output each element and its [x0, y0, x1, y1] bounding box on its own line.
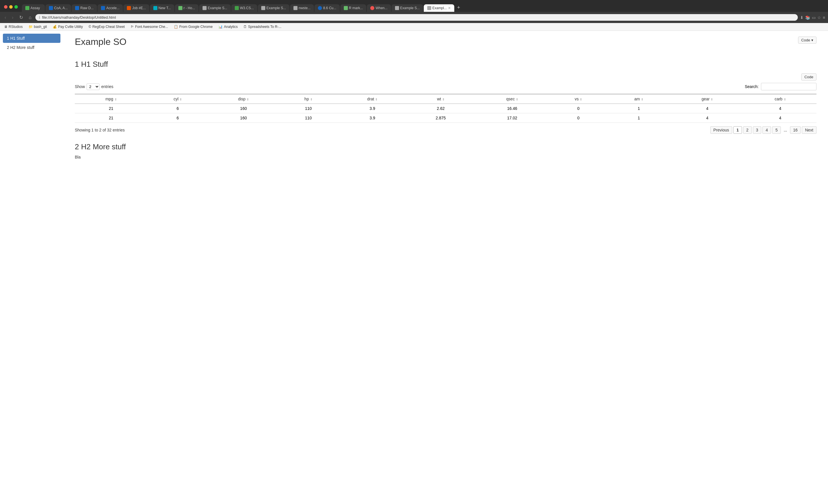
- cell-gear: 4: [671, 113, 744, 123]
- col-header-am[interactable]: am ⇕: [607, 94, 671, 104]
- search-label: Search:: [745, 84, 759, 89]
- traffic-light-minimize[interactable]: [9, 5, 13, 9]
- browser-tab-example2[interactable]: Example S...: [258, 4, 289, 12]
- sidebar-item-label: 2 H2 More stuff: [7, 45, 34, 50]
- cell-cyl: 6: [147, 104, 208, 113]
- browser-tab-coa[interactable]: CoA, A...: [45, 4, 71, 12]
- tab-favicon: [318, 6, 322, 10]
- section-body-text: Bla: [75, 155, 817, 159]
- search-input[interactable]: [761, 83, 817, 90]
- google-chrome-icon: 📋: [174, 25, 178, 29]
- col-header-gear[interactable]: gear ⇕: [671, 94, 744, 104]
- sidebar-item-h2-more[interactable]: 2 H2 More stuff: [3, 43, 60, 52]
- pagination-footer: Showing 1 to 2 of 32 entries Previous 1 …: [75, 126, 817, 134]
- browser-tab-new[interactable]: New T...: [150, 4, 174, 12]
- menu-icon[interactable]: ≡: [823, 15, 825, 20]
- col-header-mpg[interactable]: mpg ⇕: [75, 94, 147, 104]
- rstudios-icon: 🖥: [4, 25, 7, 29]
- browser-tab-exampleso[interactable]: Exampl... ✕: [424, 4, 454, 12]
- cell-gear: 4: [671, 104, 744, 113]
- data-table: mpg ⇕ cyl ⇕ disp ⇕ hp ⇕ drat ⇕ wt ⇕ qsec…: [75, 94, 817, 123]
- col-header-vs[interactable]: vs ⇕: [550, 94, 607, 104]
- page-button-16[interactable]: 16: [790, 126, 801, 134]
- browser-tab-nwste[interactable]: nwste...: [290, 4, 314, 12]
- table-header-row: mpg ⇕ cyl ⇕ disp ⇕ hp ⇕ drat ⇕ wt ⇕ qsec…: [75, 94, 817, 104]
- tab-favicon: [75, 6, 79, 10]
- page-code-button[interactable]: Code ▾: [798, 37, 817, 44]
- tab-label: New T...: [159, 6, 171, 10]
- tab-label: Accele...: [106, 6, 119, 10]
- pagination-ellipsis: ...: [782, 127, 789, 133]
- browser-tab-accele[interactable]: Accele...: [97, 4, 123, 12]
- browser-tab-examples[interactable]: Example S...: [391, 4, 423, 12]
- bookmark-bash-git[interactable]: 📁 bash_git: [27, 24, 48, 29]
- col-header-cyl[interactable]: cyl ⇕: [147, 94, 208, 104]
- bookmark-google-chrome[interactable]: 📋 From Google Chrome: [173, 24, 214, 29]
- sidebar-item-label: 1 H1 Stuff: [7, 36, 25, 41]
- table-code-button[interactable]: Code: [801, 73, 817, 81]
- cell-wt: 2.62: [407, 104, 475, 113]
- browser-tab-job[interactable]: Job #E...: [123, 4, 149, 12]
- col-header-disp[interactable]: disp ⇕: [208, 94, 279, 104]
- section-h2-heading: 2 H2 More stuff: [75, 142, 817, 151]
- address-bar[interactable]: ℹ file:///Users/nathanday/Desktop/Untitl…: [35, 14, 798, 21]
- col-header-hp[interactable]: hp ⇕: [279, 94, 338, 104]
- page-button-5[interactable]: 5: [772, 126, 781, 134]
- show-entries-control: Show 2 5 10 25 entries: [75, 83, 113, 90]
- tab-favicon: [101, 6, 105, 10]
- home-button[interactable]: ⌂: [27, 14, 33, 21]
- cell-cyl: 6: [147, 113, 208, 123]
- page-button-1[interactable]: 1: [733, 126, 742, 134]
- bookmark-font-awesome[interactable]: 🏳 Font Awesome Che...: [129, 24, 169, 29]
- download-icon[interactable]: ⬇: [800, 15, 803, 20]
- library-icon[interactable]: 📚: [805, 15, 810, 20]
- sidebar-item-h1-stuff[interactable]: 1 H1 Stuff: [3, 34, 60, 43]
- browser-tab-assay[interactable]: Assay: [22, 4, 45, 12]
- bookmark-analytics[interactable]: 📊 Analytics: [217, 24, 239, 29]
- showing-text: Showing 1 to 2 of 32 entries: [75, 128, 125, 132]
- browser-tab-raw[interactable]: Raw D...: [72, 4, 97, 12]
- new-tab-button[interactable]: +: [455, 3, 463, 12]
- browser-tab-when[interactable]: When...: [367, 4, 391, 12]
- back-button[interactable]: ‹: [3, 14, 8, 21]
- traffic-light-close[interactable]: [4, 5, 7, 9]
- tab-label: nwste...: [299, 6, 310, 10]
- col-header-qsec[interactable]: qsec ⇕: [475, 94, 550, 104]
- bookmark-spreadsheets[interactable]: 🗒 Spreadsheets To R-...: [242, 24, 283, 29]
- cell-mpg: 21: [75, 104, 147, 113]
- browser-tab-example1[interactable]: Example S...: [199, 4, 231, 12]
- browser-tab-86cu[interactable]: 8.6 Cu...: [315, 4, 339, 12]
- page-button-2[interactable]: 2: [743, 126, 752, 134]
- bookmark-label: RegExp Cheat Sheet: [92, 25, 125, 29]
- show-entries-select[interactable]: 2 5 10 25: [87, 83, 99, 90]
- bookmark-icon[interactable]: ☆: [817, 15, 821, 20]
- col-header-drat[interactable]: drat ⇕: [338, 94, 407, 104]
- bookmark-regexp[interactable]: © RegExp Cheat Sheet: [87, 24, 126, 29]
- tab-favicon: [370, 6, 374, 10]
- col-header-wt[interactable]: wt ⇕: [407, 94, 475, 104]
- browser-tab-rho[interactable]: r - Ho...: [175, 4, 199, 12]
- traffic-light-maximize[interactable]: [14, 5, 18, 9]
- next-button[interactable]: Next: [802, 126, 817, 134]
- page-button-3[interactable]: 3: [753, 126, 761, 134]
- browser-tab-w3css[interactable]: W3.CS...: [231, 4, 257, 12]
- col-header-carb[interactable]: carb ⇕: [744, 94, 817, 104]
- page-button-4[interactable]: 4: [762, 126, 771, 134]
- browser-tab-rmark[interactable]: R mark...: [340, 4, 367, 12]
- pay-cville-icon: 💰: [53, 25, 57, 29]
- sort-icon: ⇕: [784, 98, 786, 101]
- cell-hp: 110: [279, 113, 338, 123]
- cell-vs: 0: [550, 104, 607, 113]
- sidebar-icon[interactable]: ▭: [812, 15, 816, 20]
- bookmark-rstudios[interactable]: 🖥 RStudios: [3, 24, 24, 29]
- spreadsheets-icon: 🗒: [243, 25, 247, 29]
- tab-close-icon[interactable]: ✕: [448, 6, 451, 10]
- reload-button[interactable]: ↻: [17, 13, 25, 21]
- bookmark-label: Analytics: [224, 25, 238, 29]
- previous-button[interactable]: Previous: [710, 126, 732, 134]
- cell-am: 1: [607, 104, 671, 113]
- bookmark-label: From Google Chrome: [179, 25, 213, 29]
- bookmark-pay-cville[interactable]: 💰 Pay Cville Utility: [51, 24, 84, 29]
- cell-hp: 110: [279, 104, 338, 113]
- forward-button[interactable]: ›: [10, 14, 15, 21]
